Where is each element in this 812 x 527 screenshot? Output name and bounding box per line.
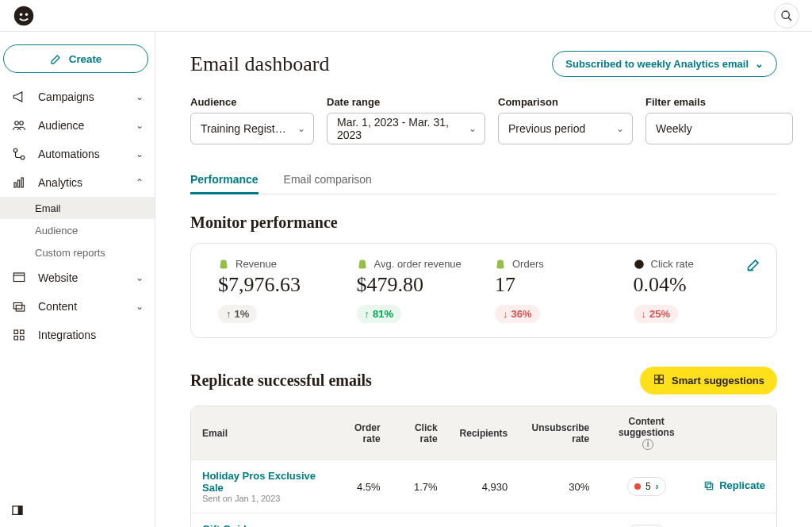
svg-rect-26: [655, 380, 659, 384]
svg-point-3: [782, 11, 789, 18]
svg-rect-10: [18, 180, 20, 187]
metrics-card: Revenue $7,976.63 ↑1% Avg. order revenue…: [190, 243, 777, 338]
metric-value: $479.80: [357, 273, 473, 297]
sidebar-footer: [0, 496, 155, 527]
cell-unsub: 30%: [519, 460, 600, 513]
svg-point-23: [634, 260, 644, 269]
svg-point-5: [15, 121, 19, 125]
col-actions: [692, 406, 776, 460]
arrow-down-icon: ↓: [642, 308, 647, 320]
nav-label: Audience: [38, 119, 84, 132]
col-suggestions: Content suggestionsi: [600, 406, 692, 460]
mailchimp-icon: [634, 259, 645, 270]
subscribe-pill[interactable]: Subscribed to weekly Analytics email ⌄: [552, 51, 777, 77]
cell-recipients: 4,930: [449, 460, 519, 513]
suggestions-pill[interactable]: 4›: [627, 525, 666, 528]
sidebar-item-analytics[interactable]: Analytics ⌃: [0, 168, 155, 197]
panel-toggle-icon[interactable]: [11, 506, 24, 519]
create-button[interactable]: Create: [3, 44, 148, 73]
email-name-link[interactable]: Holiday Pros Exclusive Sale: [202, 470, 323, 494]
sidebar-item-automations[interactable]: Automations ⌄: [0, 140, 155, 168]
svg-point-1: [20, 13, 23, 16]
svg-point-8: [21, 156, 25, 160]
svg-line-4: [788, 17, 791, 21]
replicate-header: Replicate successful emails Smart sugges…: [190, 367, 777, 394]
svg-rect-24: [655, 375, 659, 379]
svg-rect-9: [14, 183, 16, 187]
col-unsub: Unsubscribe rate: [519, 406, 600, 460]
metric-aov: Avg. order revenue $479.80 ↑81%: [346, 258, 485, 323]
info-icon[interactable]: i: [642, 439, 653, 450]
nav-label: Automations: [38, 148, 100, 160]
monitor-title: Monitor performance: [190, 213, 777, 232]
filter-emails-input[interactable]: Weekly: [645, 113, 793, 144]
flow-icon: [11, 146, 27, 162]
metric-click-rate: Click rate 0.04% ↓25%: [622, 258, 761, 323]
megaphone-icon: [11, 89, 27, 105]
create-label: Create: [69, 53, 102, 65]
comparison-select[interactable]: Previous period ⌄: [498, 113, 633, 144]
col-recipients: Recipients: [449, 406, 519, 460]
tab-performance[interactable]: Performance: [190, 167, 259, 194]
shopify-icon: [357, 259, 368, 270]
sidebar: Create Campaigns ⌄ Audience ⌄ Automation…: [0, 32, 155, 527]
subnav-item-custom-reports[interactable]: Custom reports: [35, 241, 155, 264]
svg-rect-28: [706, 482, 711, 487]
sidebar-item-content[interactable]: Content ⌄: [0, 292, 155, 321]
cell-click-rate: 1.3%: [392, 513, 449, 527]
table-row: Gift GuideSent on Jan 1, 20234%1.3%8,941…: [191, 513, 776, 527]
replicate-button[interactable]: Replicate: [703, 479, 765, 491]
chevron-down-icon: ⌄: [136, 120, 144, 131]
nav-label: Website: [38, 271, 78, 284]
filter-label: Comparison: [498, 96, 633, 108]
nav-label: Analytics: [38, 176, 82, 189]
chevron-up-icon: ⌃: [136, 177, 144, 188]
metric-label: Avg. order revenue: [374, 258, 462, 270]
subnav-item-email[interactable]: Email: [0, 197, 155, 219]
sidebar-item-integrations[interactable]: Integrations: [0, 321, 155, 349]
sidebar-item-campaigns[interactable]: Campaigns ⌄: [0, 83, 155, 111]
svg-rect-17: [21, 330, 25, 334]
status-dot-icon: [634, 483, 641, 490]
svg-point-7: [13, 148, 17, 152]
metric-label: Orders: [512, 258, 544, 270]
select-value: Previous period: [508, 122, 585, 135]
chevron-down-icon: ⌄: [469, 123, 477, 134]
metric-revenue: Revenue $7,976.63 ↑1%: [207, 258, 346, 323]
edit-metrics-button[interactable]: [746, 256, 762, 275]
svg-point-6: [20, 121, 24, 125]
subnav-item-audience[interactable]: Audience: [35, 219, 155, 241]
col-order-rate: Order rate: [334, 406, 391, 460]
search-button[interactable]: [774, 3, 799, 29]
people-icon: [11, 117, 27, 133]
sidebar-item-website[interactable]: Website ⌄: [0, 264, 155, 292]
date-range-select[interactable]: Mar. 1, 2023 - Mar. 31, 2023 ⌄: [327, 113, 485, 144]
suggestions-count: 5: [645, 481, 651, 492]
tab-email-comparison[interactable]: Email comparison: [284, 167, 372, 194]
filter-row: Audience Training Registratio… ⌄ Date ra…: [190, 96, 777, 144]
bar-chart-icon: [11, 175, 27, 190]
audience-select[interactable]: Training Registratio… ⌄: [190, 113, 314, 144]
page-header: Email dashboard Subscribed to weekly Ana…: [190, 51, 777, 77]
mailchimp-logo: [13, 5, 35, 27]
svg-rect-12: [13, 273, 25, 282]
filter-comparison: Comparison Previous period ⌄: [498, 96, 633, 144]
svg-rect-21: [18, 506, 22, 515]
cell-click-rate: 1.7%: [392, 460, 449, 513]
email-name-link[interactable]: Gift Guide: [202, 523, 323, 527]
svg-rect-18: [14, 337, 18, 340]
chevron-down-icon: ⌄: [136, 272, 144, 283]
pencil-icon: [50, 52, 63, 65]
metric-delta: ↑81%: [357, 305, 402, 323]
suggestions-pill[interactable]: 5›: [627, 477, 666, 496]
smart-suggestions-button[interactable]: Smart suggestions: [640, 367, 777, 394]
sidebar-item-audience[interactable]: Audience ⌄: [0, 111, 155, 140]
filter-emails: Filter emails Weekly: [645, 96, 793, 144]
website-icon: [11, 270, 27, 286]
nav-label: Integrations: [38, 329, 96, 341]
chevron-down-icon: ⌄: [136, 148, 144, 160]
shopify-icon: [218, 259, 229, 270]
copy-icon: [703, 480, 714, 491]
svg-rect-27: [660, 380, 664, 384]
chevron-down-icon: ⌄: [616, 123, 624, 134]
